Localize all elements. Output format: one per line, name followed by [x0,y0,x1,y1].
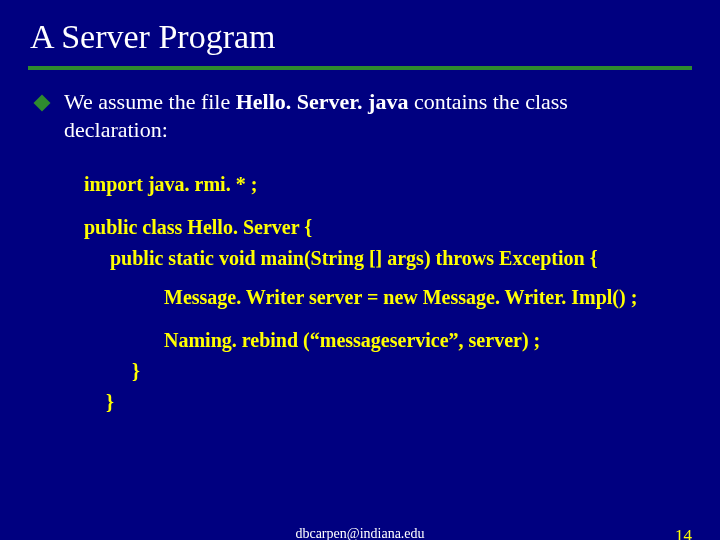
code-line-close-outer: } [84,387,692,418]
slide: A Server Program We assume the file Hell… [0,0,720,540]
diamond-bullet-icon [34,95,51,112]
footer-email: dbcarpen@indiana.edu [295,526,424,540]
code-line-import: import java. rmi. * ; [84,169,692,200]
code-line-rebind: Naming. rebind (“messageservice”, server… [84,325,692,356]
bullet-text: We assume the file Hello. Server. java c… [64,88,672,143]
page-number: 14 [675,526,692,540]
bullet-pre: We assume the file [64,89,236,114]
code-line-server-new: Message. Writer server = new Message. Wr… [84,282,692,313]
code-line-class: public class Hello. Server { [84,212,692,243]
code-line-main: public static void main(String [] args) … [84,243,692,274]
code-line-close-inner: } [84,356,692,387]
code-block: import java. rmi. * ; public class Hello… [84,169,692,418]
slide-title: A Server Program [30,18,692,56]
bullet-filename: Hello. Server. java [236,89,409,114]
bullet-item: We assume the file Hello. Server. java c… [36,88,672,143]
title-rule [28,66,692,70]
